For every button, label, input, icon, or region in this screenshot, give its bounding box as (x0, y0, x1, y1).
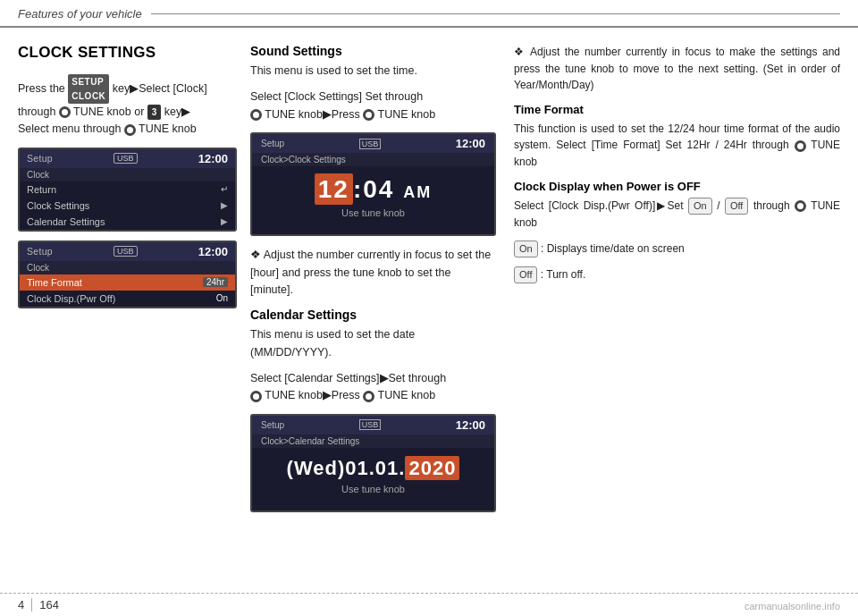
clock-disp-label: Clock Disp.(Pwr Off) (27, 293, 115, 304)
screen-large-1-header: Setup USB 12:00 (252, 134, 494, 153)
date-year: 2020 (405, 456, 459, 480)
tune-knob-icon-4 (363, 109, 374, 121)
time-colon: : (353, 175, 363, 203)
num3-badge: 3 (147, 105, 162, 121)
middle-column: Sound Settings This menu is used to set … (250, 44, 509, 523)
sound-settings-instruction: Select [Clock Settings] Set through TUNE… (250, 89, 496, 123)
time-ampm: AM (403, 183, 432, 201)
watermark: carmanualsonline.info (744, 601, 840, 612)
screen2-time: 12:00 (198, 245, 228, 258)
clock-disp-body: Select [Clock Disp.(Pwr Off)]▶Set On / O… (514, 198, 840, 232)
use-tune-2: Use tune knob (261, 484, 485, 502)
screen1-header: Setup USB 12:00 (20, 149, 235, 168)
return-label: Return (27, 184, 56, 195)
use-tune-1: Use tune knob (261, 207, 485, 225)
screen2-usb: USB (114, 246, 138, 257)
clock-disp-value: On (216, 293, 228, 303)
tune-knob-icon-8 (795, 200, 806, 212)
off-badge: Off (725, 198, 748, 215)
page-header: Features of your vehicle (0, 0, 858, 28)
screen1-return: Return ↵ (20, 181, 235, 198)
back-arrow: ↵ (221, 184, 228, 194)
sound-note: ❖ Adjust the number currently in focus t… (250, 247, 496, 299)
calendar-body: This menu is used to set the date (MM/DD… (250, 326, 496, 361)
tune-knob-icon-7 (795, 140, 806, 152)
arrow-right-2: ▶ (221, 216, 228, 226)
off-badge-2: Off (514, 266, 537, 283)
tune-knob-icon-2 (124, 124, 136, 136)
page-footer: 4 164 carmanualsonline.info (0, 593, 858, 616)
screen1-usb: USB (114, 153, 138, 164)
screen-large-1: Setup USB 12:00 Clock>Clock Settings 12:… (250, 132, 496, 236)
screen1-title: Setup (27, 153, 53, 164)
off-description: Off : Turn off. (514, 266, 840, 283)
on-badge-2: On (514, 240, 538, 257)
sl2-title: Setup (261, 420, 284, 430)
screen1-subtitle: Clock (20, 168, 235, 181)
time-hour: 12 (315, 173, 353, 205)
arrow-right-1: ▶ (221, 200, 228, 210)
time-format-body: This function is used to set the 12/24 h… (514, 121, 840, 171)
sl2-usb: USB (359, 419, 382, 430)
sound-settings-body: This menu is used to set the time. (250, 63, 496, 80)
left-column: CLOCK SETTINGS Press the SETUPCLOCK key▶… (18, 44, 250, 523)
big-time: 12:04 AM (261, 175, 485, 204)
sl1-time: 12:00 (456, 137, 485, 150)
sl2-body: (Wed)01.01.2020 Use tune knob (252, 448, 494, 511)
sl1-subtitle: Clock>Clock Settings (252, 153, 494, 166)
sl2-subtitle: Clock>Calendar Settings (252, 435, 494, 448)
time-min: 04 (363, 175, 394, 203)
page-num-left: 4 (18, 598, 32, 612)
sl1-usb: USB (359, 139, 382, 149)
calendar-settings-label: Calendar Settings (27, 216, 105, 227)
tune-knob-icon-1 (59, 106, 71, 118)
time-format-label: Time Format (27, 277, 82, 288)
calendar-instruction: Select [Calendar Settings]▶Set through T… (250, 370, 496, 405)
screen2-subtitle: Clock (20, 261, 235, 274)
screen2-time-format: Time Format 24hr (20, 274, 235, 291)
screen2-clock-disp: Clock Disp.(Pwr Off) On (20, 291, 235, 307)
screen2-title: Setup (27, 246, 53, 257)
header-divider (151, 13, 840, 14)
time-format-title: Time Format (514, 103, 840, 116)
screen1-time: 12:00 (198, 152, 228, 165)
screen1: Setup USB 12:00 Clock Return ↵ Clock Set… (18, 148, 237, 232)
on-badge: On (688, 198, 712, 215)
tune-knob-icon-3 (250, 109, 262, 121)
on-description: On : Displays time/date on screen (514, 240, 840, 257)
main-content: CLOCK SETTINGS Press the SETUPCLOCK key▶… (0, 28, 858, 532)
page-num-right: 164 (39, 598, 59, 612)
page-number-box: 4 164 (18, 598, 59, 612)
screen1-calendar-settings: Calendar Settings ▶ (20, 214, 235, 230)
date-display: (Wed)01.01.2020 (261, 457, 485, 480)
left-body-text: Press the SETUPCLOCK key▶Select [Clock] … (18, 74, 237, 139)
tune-knob-icon-6 (363, 391, 374, 402)
sl1-title: Setup (261, 139, 284, 148)
sl1-body: 12:04 AM Use tune knob (252, 166, 494, 234)
clock-settings-label: Clock Settings (27, 200, 89, 211)
header-title: Features of your vehicle (18, 7, 142, 21)
screen-large-2-header: Setup USB 12:00 (252, 416, 494, 435)
clock-disp-title: Clock Display when Power is OFF (514, 180, 840, 193)
sl2-time: 12:00 (456, 418, 485, 432)
right-note1: ❖ Adjust the number currently in focus t… (514, 44, 840, 94)
tune-knob-icon-5 (250, 391, 262, 402)
right-column: ❖ Adjust the number currently in focus t… (509, 44, 840, 523)
setup-key-badge: SETUPCLOCK (68, 74, 109, 104)
calendar-settings-title: Calendar Settings (250, 308, 496, 322)
screen1-clock-settings: Clock Settings ▶ (20, 198, 235, 214)
screen2-header: Setup USB 12:00 (20, 242, 235, 261)
screen2: Setup USB 12:00 Clock Time Format 24hr C… (18, 240, 237, 308)
section-title: CLOCK SETTINGS (18, 44, 237, 62)
screen-large-2: Setup USB 12:00 Clock>Calendar Settings … (250, 414, 496, 512)
sound-settings-title: Sound Settings (250, 44, 496, 58)
time-format-value: 24hr (203, 277, 228, 287)
